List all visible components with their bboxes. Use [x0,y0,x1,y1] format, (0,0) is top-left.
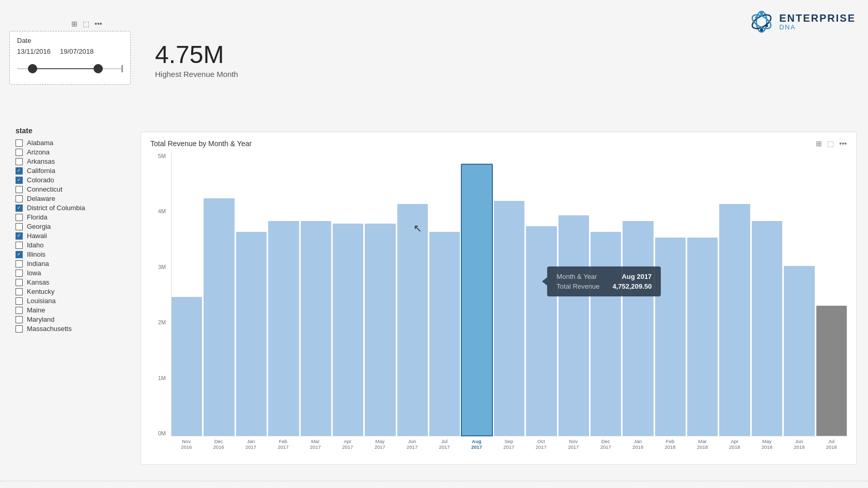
bar-wrapper[interactable] [526,153,556,436]
bar[interactable] [268,221,299,436]
state-checkbox[interactable] [16,195,23,202]
state-checkbox[interactable] [16,307,23,314]
chart-more-icon[interactable]: ••• [839,139,847,148]
bar[interactable] [301,221,331,436]
state-item[interactable]: District of Columbia [16,204,129,212]
date-slider[interactable] [17,61,123,76]
bar-wrapper[interactable] [719,153,750,436]
bar-wrapper[interactable] [687,153,718,436]
bar[interactable] [204,198,234,436]
state-checkbox[interactable] [16,167,23,175]
state-checkbox[interactable] [16,223,23,230]
bar-wrapper[interactable] [591,153,621,436]
bar[interactable] [236,232,267,436]
bar[interactable] [333,224,363,436]
bar-wrapper[interactable] [461,153,492,436]
bar-wrapper[interactable] [559,153,589,436]
state-item[interactable]: Louisiana [16,297,129,305]
more-icon[interactable]: ••• [95,20,102,28]
state-checkbox[interactable] [16,288,23,295]
bar[interactable] [719,204,750,436]
bar[interactable] [559,215,589,436]
bar-wrapper[interactable] [429,153,460,436]
chart-export-icon[interactable]: ⬚ [827,139,834,148]
bar-wrapper[interactable] [301,153,331,436]
slider-thumb-right[interactable] [94,64,103,73]
export-icon[interactable]: ⬚ [83,20,89,28]
bar[interactable] [623,221,653,436]
state-item[interactable]: Hawaii [16,232,129,240]
x-axis-label: Mar2018 [687,436,718,452]
logo-area: ENTERPRISE DNA [749,9,856,34]
svg-point-5 [755,17,758,19]
bar-wrapper[interactable] [752,153,782,436]
state-name: Alabama [27,139,53,147]
bar-wrapper[interactable] [397,153,428,436]
state-item[interactable]: Delaware [16,195,129,202]
state-checkbox[interactable] [16,158,23,165]
bar[interactable] [526,226,556,436]
bar[interactable] [172,297,202,436]
date-filter-icons: ⊞ ⬚ ••• [71,20,102,28]
bar[interactable] [591,232,621,436]
chart-filter-icon[interactable]: ⊞ [816,139,822,148]
bar[interactable] [461,164,492,436]
state-checkbox[interactable] [16,297,23,305]
bar-wrapper[interactable] [623,153,653,436]
state-item[interactable]: Kentucky [16,288,129,295]
state-item[interactable]: Iowa [16,269,129,277]
bar-wrapper[interactable] [333,153,363,436]
state-item[interactable]: Alabama [16,139,129,147]
bar-wrapper[interactable] [494,153,524,436]
state-checkbox[interactable] [16,214,23,221]
bar-wrapper[interactable] [172,153,202,436]
bar[interactable] [494,201,524,436]
bar-wrapper[interactable] [655,153,686,436]
slider-thumb-left[interactable] [28,64,37,73]
state-item[interactable]: Massachusetts [16,325,129,333]
state-item[interactable]: Connecticut [16,185,129,193]
bar[interactable] [397,204,428,436]
state-item[interactable]: Idaho [16,241,129,249]
state-checkbox[interactable] [16,279,23,286]
bar[interactable] [365,224,395,436]
bar[interactable] [752,221,782,436]
state-item[interactable]: Illinois [16,250,129,258]
state-checkbox[interactable] [16,260,23,267]
state-name: Idaho [27,241,44,249]
state-item[interactable]: Indiana [16,260,129,267]
state-checkbox[interactable] [16,139,23,147]
state-checkbox[interactable] [16,325,23,333]
state-item[interactable]: Arkansas [16,158,129,165]
bar[interactable] [687,238,718,436]
state-item[interactable]: Colorado [16,176,129,184]
state-item[interactable]: Maine [16,306,129,314]
state-item[interactable]: Kansas [16,278,129,286]
state-checkbox[interactable] [16,270,23,277]
state-checkbox[interactable] [16,232,23,240]
bar-wrapper[interactable] [204,153,234,436]
bar[interactable] [816,306,847,436]
state-checkbox[interactable] [16,242,23,249]
bar[interactable] [429,232,460,436]
state-item[interactable]: Maryland [16,316,129,323]
state-item[interactable]: Florida [16,213,129,221]
bar-wrapper[interactable] [784,153,814,436]
bar-wrapper[interactable] [816,153,847,436]
state-item[interactable]: California [16,167,129,175]
state-item[interactable]: Arizona [16,148,129,156]
state-checkbox[interactable] [16,316,23,323]
bar-wrapper[interactable] [268,153,299,436]
bottom-bar [0,481,868,488]
state-item[interactable]: Georgia [16,223,129,230]
bar-wrapper[interactable] [365,153,395,436]
bar-wrapper[interactable] [236,153,267,436]
state-checkbox[interactable] [16,204,23,212]
state-checkbox[interactable] [16,251,23,258]
state-checkbox[interactable] [16,149,23,156]
bar[interactable] [655,238,686,436]
filter-icon[interactable]: ⊞ [71,20,78,28]
state-checkbox[interactable] [16,186,23,193]
bar[interactable] [784,266,814,436]
state-checkbox[interactable] [16,177,23,184]
